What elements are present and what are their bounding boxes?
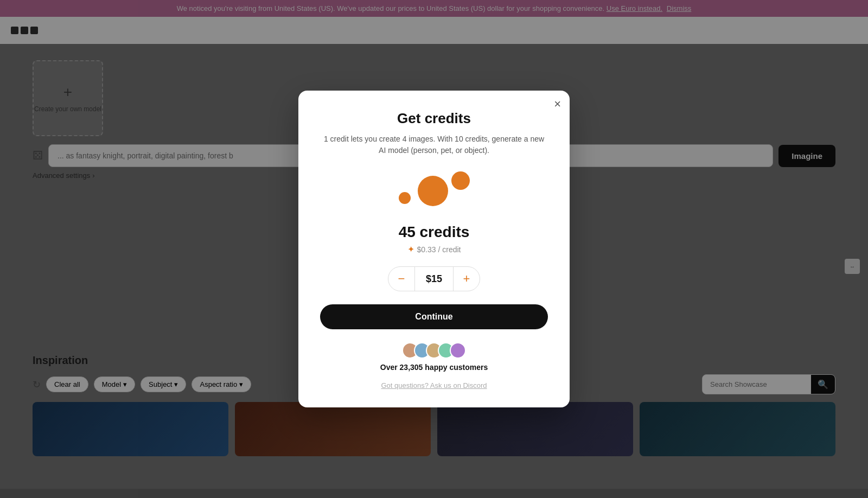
get-credits-modal: × Get credits 1 credit lets you create 4… bbox=[298, 91, 570, 407]
continue-button[interactable]: Continue bbox=[320, 304, 548, 329]
circle-large bbox=[418, 176, 448, 206]
social-proof-text: Over 23,305 happy customers bbox=[380, 363, 488, 372]
avatar-row bbox=[402, 342, 466, 359]
social-proof: Over 23,305 happy customers bbox=[320, 342, 548, 372]
price-per-credit-text: $0.33 / credit bbox=[417, 245, 461, 254]
increment-button[interactable]: + bbox=[454, 267, 480, 291]
modal-title: Get credits bbox=[320, 110, 548, 127]
decrement-button[interactable]: − bbox=[388, 267, 414, 291]
star-icon: ✦ bbox=[407, 244, 414, 254]
circle-small bbox=[399, 192, 411, 204]
price-stepper: − $15 + bbox=[320, 266, 548, 291]
stepper-container: − $15 + bbox=[388, 266, 480, 291]
circle-medium bbox=[451, 171, 470, 190]
credits-graphic bbox=[320, 169, 548, 213]
modal-subtitle: 1 credit lets you create 4 images. With … bbox=[320, 133, 548, 156]
price-per-credit: ✦ $0.33 / credit bbox=[320, 244, 548, 254]
discord-link[interactable]: Got questions? Ask us on Discord bbox=[381, 381, 487, 390]
modal-close-button[interactable]: × bbox=[554, 98, 561, 110]
credits-amount: 45 credits bbox=[320, 224, 548, 241]
avatar-5 bbox=[450, 342, 466, 359]
price-value: $15 bbox=[414, 267, 454, 291]
modal-overlay: × Get credits 1 credit lets you create 4… bbox=[0, 0, 868, 498]
